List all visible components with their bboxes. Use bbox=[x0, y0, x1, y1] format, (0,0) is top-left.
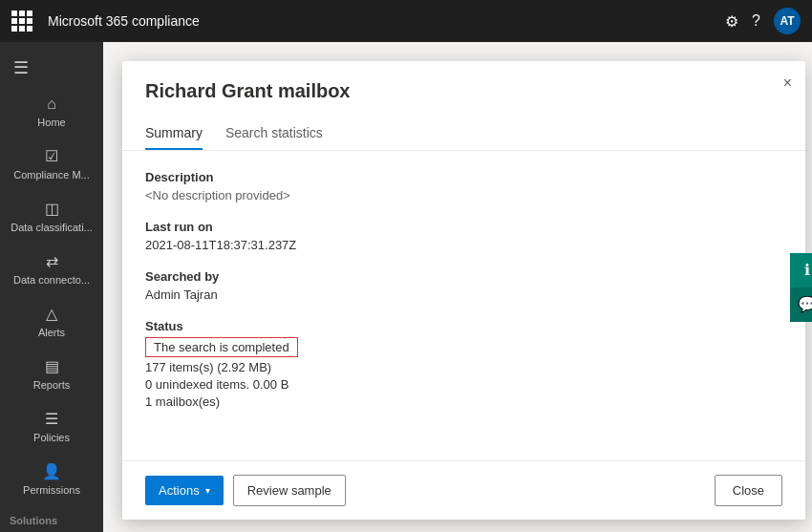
home-icon: ⌂ bbox=[47, 96, 56, 113]
sidebar-label-data-conn: Data connecto... bbox=[13, 274, 90, 286]
content-area: Richard Grant mailbox × Summary Search s… bbox=[103, 42, 812, 532]
sidebar: ☰ ⌂ Home ☑ Compliance M... ◫ Data classi… bbox=[0, 42, 103, 532]
stat-unindexed: 0 unindexed items. 0.00 B bbox=[145, 377, 782, 392]
stat-mailboxes: 1 mailbox(es) bbox=[145, 394, 782, 409]
flyout-close-button[interactable]: × bbox=[783, 74, 792, 92]
topbar: Microsoft 365 compliance ⚙ ? AT bbox=[0, 0, 812, 42]
tab-summary[interactable]: Summary bbox=[145, 117, 203, 150]
flyout-title: Richard Grant mailbox bbox=[145, 80, 782, 102]
avatar[interactable]: AT bbox=[774, 8, 801, 34]
description-field: Description <No description provided> bbox=[145, 170, 782, 202]
chevron-down-icon: ▾ bbox=[205, 485, 210, 496]
searched-by-field: Searched by Admin Tajran bbox=[145, 269, 782, 302]
status-field: Status The search is completed 177 items… bbox=[145, 319, 782, 409]
review-sample-button[interactable]: Review sample bbox=[233, 475, 346, 506]
help-icon[interactable]: ? bbox=[752, 12, 760, 30]
chat-icon: 💬 bbox=[798, 295, 812, 313]
right-side-buttons: ℹ 💬 bbox=[790, 253, 812, 322]
flyout-body: Description <No description provided> La… bbox=[122, 151, 805, 460]
main-layout: ☰ ⌂ Home ☑ Compliance M... ◫ Data classi… bbox=[0, 42, 812, 532]
sidebar-label-home: Home bbox=[37, 117, 65, 128]
sidebar-item-reports[interactable]: ▤ Reports bbox=[0, 348, 103, 400]
sidebar-label-compliance: Compliance M... bbox=[13, 169, 89, 181]
sidebar-item-policies[interactable]: ☰ Policies bbox=[0, 400, 103, 453]
last-run-label: Last run on bbox=[145, 220, 782, 234]
tab-search-stats[interactable]: Search statistics bbox=[225, 117, 323, 150]
policies-icon: ☰ bbox=[45, 410, 58, 428]
description-label: Description bbox=[145, 170, 782, 184]
tab-bar: Summary Search statistics bbox=[122, 117, 805, 151]
reports-icon: ▤ bbox=[45, 357, 59, 375]
permissions-icon: 👤 bbox=[42, 462, 61, 480]
description-value: <No description provided> bbox=[145, 188, 782, 202]
topbar-icons: ⚙ ? AT bbox=[725, 8, 801, 34]
sidebar-hamburger[interactable]: ☰ bbox=[0, 50, 103, 86]
flyout-footer: Actions ▾ Review sample Close bbox=[122, 460, 805, 520]
searched-by-label: Searched by bbox=[145, 269, 782, 284]
sidebar-item-compliance[interactable]: ☑ Compliance M... bbox=[0, 138, 103, 190]
actions-button[interactable]: Actions ▾ bbox=[145, 476, 224, 505]
solutions-section-label: Solutions bbox=[0, 505, 103, 530]
sidebar-item-home[interactable]: ⌂ Home bbox=[0, 86, 103, 138]
stat-items: 177 items(s) (2.92 MB) bbox=[145, 360, 782, 374]
grid-icon[interactable] bbox=[11, 11, 32, 32]
sidebar-item-data-class[interactable]: ◫ Data classificati... bbox=[0, 190, 103, 243]
sidebar-item-alerts[interactable]: △ Alerts bbox=[0, 295, 103, 348]
flyout-header: Richard Grant mailbox × bbox=[122, 61, 805, 117]
close-button[interactable]: Close bbox=[715, 475, 782, 506]
sidebar-label-alerts: Alerts bbox=[38, 327, 65, 338]
info-button[interactable]: ℹ bbox=[790, 253, 812, 287]
settings-icon[interactable]: ⚙ bbox=[725, 12, 738, 31]
data-class-icon: ◫ bbox=[45, 200, 59, 218]
alerts-icon: △ bbox=[46, 305, 57, 323]
sidebar-label-data-class: Data classificati... bbox=[11, 222, 93, 233]
sidebar-item-data-conn[interactable]: ⇄ Data connecto... bbox=[0, 243, 103, 295]
chat-button[interactable]: 💬 bbox=[790, 287, 812, 322]
last-run-field: Last run on 2021-08-11T18:37:31.237Z bbox=[145, 220, 782, 252]
searched-by-value: Admin Tajran bbox=[145, 287, 782, 302]
last-run-value: 2021-08-11T18:37:31.237Z bbox=[145, 238, 782, 252]
sidebar-label-permissions: Permissions bbox=[23, 484, 80, 496]
info-icon: ℹ bbox=[804, 261, 810, 279]
flyout-panel: Richard Grant mailbox × Summary Search s… bbox=[122, 61, 805, 520]
sidebar-item-permissions[interactable]: 👤 Permissions bbox=[0, 453, 103, 505]
compliance-icon: ☑ bbox=[45, 147, 58, 165]
app-title: Microsoft 365 compliance bbox=[48, 13, 716, 29]
status-badge: The search is completed bbox=[145, 337, 298, 357]
status-label: Status bbox=[145, 319, 782, 333]
sidebar-label-policies: Policies bbox=[33, 432, 70, 443]
data-conn-icon: ⇄ bbox=[46, 252, 58, 270]
sidebar-label-reports: Reports bbox=[33, 379, 71, 391]
actions-label: Actions bbox=[159, 483, 200, 498]
